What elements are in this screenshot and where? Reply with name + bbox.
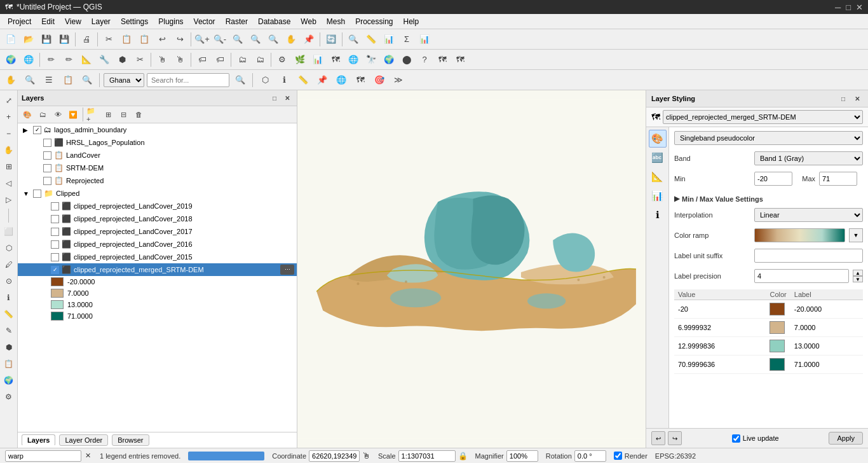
layer-item-lc2015[interactable]: ▶ ⬛ clipped_reprojected_LandCover_2015 (18, 251, 297, 263)
expand-icon[interactable]: ▶ (23, 127, 31, 134)
location-dropdown[interactable]: Ghana (104, 73, 144, 87)
zoom-out-left-button[interactable]: − (1, 126, 17, 141)
styling-tab-renderer[interactable]: 🎨 (649, 130, 667, 148)
layer-item-lagos-admin[interactable]: ▶ ✓ 🗂 lagos_admin_boundary (18, 123, 297, 136)
touch-zoom-button[interactable]: ⤢ (1, 93, 17, 108)
zoom-loc-button[interactable]: 🔍 (79, 72, 95, 88)
rotation-input[interactable] (574, 450, 606, 462)
styling-tab-metadata[interactable]: ℹ (649, 206, 667, 224)
coordinate-capture-button[interactable]: 🎯 (371, 72, 388, 88)
interpolation-dropdown[interactable]: Linear (754, 208, 863, 222)
styling-undo-button[interactable]: ↩ (651, 431, 665, 445)
color-cell-1[interactable] (766, 300, 790, 319)
color-box-2[interactable] (770, 321, 785, 334)
layer-item-lc2019[interactable]: ▶ ⬛ clipped_reprojected_LandCover_2019 (18, 200, 297, 212)
max-input[interactable] (819, 172, 857, 186)
color-box-3[interactable] (770, 340, 785, 352)
open-field-calc-button[interactable]: 🗂 (252, 52, 268, 68)
select-radius-button[interactable]: ⊙ (1, 273, 17, 289)
apply-button[interactable]: Apply (829, 432, 863, 445)
layers-maximize-button[interactable]: □ (269, 92, 280, 104)
delete-button[interactable]: ✂ (132, 52, 148, 68)
renderer-dropdown[interactable]: Singleband pseudocolor (674, 131, 863, 145)
scale-lock-button[interactable]: 🔒 (458, 452, 468, 460)
print-button[interactable]: 🖨 (78, 31, 95, 48)
pan-map-button[interactable]: ✋ (3, 72, 19, 88)
merge-button[interactable]: ⬢ (114, 52, 130, 68)
coordinate-input[interactable] (309, 450, 360, 462)
menu-item-database[interactable]: Database (253, 16, 295, 27)
styling-redo-button[interactable]: ↪ (668, 431, 682, 445)
layer-options-button[interactable]: ⋯ (280, 265, 294, 275)
color-ramp-preview[interactable] (754, 228, 845, 242)
plugin5-button[interactable]: 🌐 (345, 52, 362, 68)
minimize-button[interactable]: ─ (835, 3, 841, 12)
zoom-prev-button[interactable]: ◁ (1, 176, 17, 191)
identify-button[interactable]: 🔍 (345, 31, 362, 48)
menu-item-layer[interactable]: Layer (86, 16, 116, 27)
plugin2-button[interactable]: 🌿 (292, 52, 308, 68)
scale-input[interactable] (398, 450, 456, 462)
add-feature-button[interactable]: ✏ (60, 52, 77, 68)
menu-item-project[interactable]: Project (3, 16, 36, 27)
pan-left-button[interactable]: ✋ (1, 142, 17, 158)
label-button[interactable]: 🏷 (194, 52, 210, 68)
layer-item-lc2016[interactable]: ▶ ⬛ clipped_reprojected_LandCover_2016 (18, 238, 297, 251)
layer-checkbox-csrtm[interactable]: ✓ (51, 266, 59, 274)
menu-item-view[interactable]: View (60, 16, 86, 27)
layer-item-landcover[interactable]: ▶ 📋 LandCover (18, 149, 297, 162)
select-all-button[interactable]: 🖱 (172, 52, 188, 68)
statistics-button[interactable]: 📊 (381, 31, 397, 48)
georef-button[interactable]: 🗺 (434, 52, 451, 68)
layer-checkbox-lc2015[interactable] (51, 253, 59, 261)
plugin3-button[interactable]: 📊 (309, 52, 326, 68)
pan-to-selection-button[interactable]: 📌 (301, 31, 317, 48)
maximize-button[interactable]: □ (846, 3, 851, 12)
color-cell-4[interactable] (766, 356, 790, 374)
new-project-button[interactable]: 📄 (3, 31, 19, 48)
tab-layer-order-button[interactable]: Layer Order (59, 434, 108, 446)
identify-left-button[interactable]: ℹ (1, 290, 17, 305)
measure-button[interactable]: 📏 (363, 31, 379, 48)
select-button[interactable]: 🖱 (154, 52, 170, 68)
cut-button[interactable]: ✂ (100, 31, 117, 48)
magnifier-input[interactable] (506, 450, 538, 462)
layer-selector-dropdown[interactable]: clipped_reprojected_merged_SRTM-DEM (663, 110, 863, 124)
table-button[interactable]: 📊 (416, 31, 433, 48)
zoom-out-button[interactable]: 🔍- (212, 31, 228, 48)
color-cell-3[interactable] (766, 337, 790, 356)
zoom-next-button[interactable]: ▷ (1, 192, 17, 207)
label-settings-button[interactable]: 🏷 (212, 52, 228, 68)
globe-button[interactable]: 🌍 (1, 373, 17, 388)
layer-checkbox-lagos-admin[interactable]: ✓ (33, 126, 41, 134)
select-loc-button[interactable]: ☰ (41, 72, 57, 88)
styling-tab-3d[interactable]: 📐 (649, 168, 667, 186)
layer-item-hrsl[interactable]: ▶ ⬛ HRSL_Lagos_Population (18, 136, 297, 149)
select-polygon-button[interactable]: ⬡ (1, 240, 17, 256)
layer-checkbox-lc2016[interactable] (51, 240, 59, 249)
advanced-digitize-button[interactable]: ⬢ (1, 340, 17, 355)
zoom-extent-button[interactable]: ⊞ (1, 159, 17, 174)
measure-left-button[interactable]: 📏 (1, 307, 17, 322)
more-tools-button[interactable]: ≫ (390, 72, 407, 88)
band-dropdown[interactable]: Band 1 (Gray) (754, 151, 863, 165)
save-project-button[interactable]: 💾 (38, 31, 55, 48)
close-button[interactable]: ✕ (856, 3, 863, 12)
measure-tool-button[interactable]: 📏 (295, 72, 311, 88)
styling-close-button[interactable]: ✕ (851, 93, 863, 104)
live-update-toggle[interactable]: Live update (732, 434, 779, 443)
collapse-all-button[interactable]: ⊟ (116, 107, 130, 121)
refresh-button[interactable]: 🔄 (323, 31, 339, 48)
edit-vertex-button[interactable]: ✏ (43, 52, 59, 68)
remove-layer-button[interactable]: 🗑 (132, 107, 146, 121)
layer-item-reprojected[interactable]: ▶ 📋 Reprojected (18, 174, 297, 187)
layers-close-button[interactable]: ✕ (281, 92, 293, 104)
annotation-button[interactable]: ✎ (1, 323, 17, 338)
plugin-left-button[interactable]: ⚙ (1, 389, 17, 404)
epsg-item[interactable]: EPSG:26392 (655, 452, 696, 460)
add-annotation-button[interactable]: 📌 (314, 72, 330, 88)
digitize-button[interactable]: 🌍 (3, 52, 19, 68)
pan-button[interactable]: ✋ (283, 31, 299, 48)
search-input[interactable] (147, 73, 229, 87)
layer-item-clipped-group[interactable]: ▼ 📁 Clipped (18, 187, 297, 200)
